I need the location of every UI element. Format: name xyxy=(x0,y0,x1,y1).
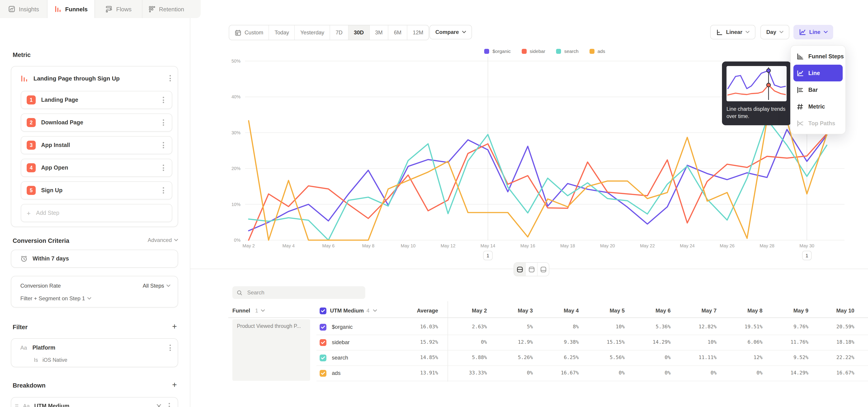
series-checkbox[interactable] xyxy=(320,339,327,346)
chevron-down-icon xyxy=(462,31,466,33)
funnel-step-3[interactable]: 3 App Install xyxy=(21,136,172,154)
chevron-down-icon xyxy=(779,31,783,33)
kebab-menu-icon[interactable] xyxy=(160,96,166,103)
menu-item-metric[interactable]: Metric xyxy=(791,98,845,115)
funnel-col-count: 1 xyxy=(255,308,258,314)
table-row[interactable]: $organic16.03%2.63%5%8%10%5.36%12.82%19.… xyxy=(316,319,868,335)
range-3m[interactable]: 3M xyxy=(370,25,388,40)
day-value: 12% xyxy=(713,350,763,366)
kebab-menu-icon[interactable] xyxy=(166,403,172,407)
day-value: 6.25% xyxy=(529,350,579,366)
range-30d[interactable]: 30D xyxy=(348,25,370,40)
scale-dropdown[interactable]: Linear xyxy=(710,25,755,39)
svg-text:10%: 10% xyxy=(231,202,241,207)
filter-segment-dropdown[interactable]: Filter + Segment on Step 1 xyxy=(20,293,91,304)
funnel-column-header[interactable]: Funnel 1 xyxy=(232,304,265,317)
tab-flows[interactable]: Flows xyxy=(95,0,143,18)
split-view-toggle[interactable] xyxy=(514,263,526,276)
kebab-menu-icon[interactable] xyxy=(160,164,166,171)
chevron-down-icon xyxy=(745,31,749,33)
step-number-badge: 1 xyxy=(27,95,36,104)
advanced-dropdown[interactable]: Advanced xyxy=(148,237,178,243)
insights-icon xyxy=(8,5,15,13)
select-all-checkbox[interactable] xyxy=(320,307,327,314)
filter-operator: Is xyxy=(34,357,38,363)
tab-funnels[interactable]: Funnels xyxy=(48,0,95,18)
range-yesterday[interactable]: Yesterday xyxy=(295,25,330,40)
day-value: 10% xyxy=(667,335,717,350)
range-7d[interactable]: 7D xyxy=(330,25,348,40)
day-value: 5.26% xyxy=(483,350,533,366)
chevron-down-icon xyxy=(174,239,178,242)
chart-view-toggle[interactable] xyxy=(526,263,537,276)
svg-text:May 12: May 12 xyxy=(440,243,456,248)
conversion-rate-card: Conversion Rate All Steps Filter + Segme… xyxy=(11,276,178,308)
table-search[interactable] xyxy=(232,286,365,299)
day-column-header: May 10 xyxy=(805,304,855,317)
menu-item-funnel-steps[interactable]: Funnel Steps xyxy=(791,48,845,65)
day-value: 0% xyxy=(621,366,671,381)
svg-text:May 18: May 18 xyxy=(560,243,575,248)
range-custom[interactable]: Custom xyxy=(229,25,269,40)
kebab-menu-icon[interactable] xyxy=(160,187,166,194)
conversion-window-card[interactable]: Within 7 days xyxy=(11,250,178,268)
compare-button[interactable]: Compare xyxy=(430,25,472,39)
advanced-label: Advanced xyxy=(148,237,172,243)
table-view-toggle[interactable] xyxy=(537,263,549,276)
average-value: 16.03% xyxy=(388,319,438,335)
filter-card[interactable]: Aa Platform Is iOS Native xyxy=(11,338,178,367)
all-steps-dropdown[interactable]: All Steps xyxy=(143,283,170,289)
table-row[interactable]: ads13.91%33.33%0%16.67%0%0%0%0%14.29%16.… xyxy=(316,366,868,381)
table-row[interactable]: search14.85%5.88%5.26%6.25%5.56%0%11.11%… xyxy=(316,350,868,366)
report-type-tabbar: Insights Funnels Flows Retention xyxy=(0,0,201,18)
tab-retention[interactable]: Retention xyxy=(143,0,190,18)
drag-handle-icon[interactable] xyxy=(15,404,19,407)
svg-text:May 26: May 26 xyxy=(720,243,735,248)
interval-dropdown[interactable]: Day xyxy=(761,25,789,39)
day-value: 11.76% xyxy=(758,335,808,350)
add-breakdown-button[interactable]: + xyxy=(171,382,178,389)
menu-item-line[interactable]: Line xyxy=(794,65,843,82)
day-column-header: May 6 xyxy=(621,304,671,317)
funnel-step-1[interactable]: 1 Landing Page xyxy=(21,91,172,109)
funnel-name-cell[interactable]: Product Viewed through P... xyxy=(232,319,310,381)
day-value: 5.56% xyxy=(575,350,625,366)
table-row[interactable]: sidebar15.92%0%12.9%9.38%15.15%14.29%10%… xyxy=(316,335,868,350)
funnel-step-5[interactable]: 5 Sign Up xyxy=(21,181,172,199)
breakdown-column-header[interactable]: UTM Medium 4 xyxy=(320,304,377,317)
search-input[interactable] xyxy=(246,289,361,296)
breakdown-card[interactable]: Aa UTM Medium xyxy=(11,397,178,407)
step-number-badge: 2 xyxy=(27,118,36,127)
kebab-menu-icon[interactable] xyxy=(160,142,166,149)
range-6m[interactable]: 6M xyxy=(389,25,407,40)
line-chart-preview xyxy=(726,66,786,101)
chevron-down-icon xyxy=(87,297,91,300)
add-step-button[interactable]: + Add Step xyxy=(21,204,172,222)
chart-type-dropdown[interactable]: Line xyxy=(794,25,833,39)
range-12m[interactable]: 12M xyxy=(407,25,429,40)
tab-insights[interactable]: Insights xyxy=(0,0,48,18)
menu-item-bar[interactable]: Bar xyxy=(791,82,845,98)
svg-text:1: 1 xyxy=(805,253,808,258)
series-name: $organic xyxy=(332,324,352,330)
funnel-title-row[interactable]: Landing Page through Sign Up xyxy=(20,73,173,84)
svg-text:May 10: May 10 xyxy=(401,243,416,248)
funnel-step-4[interactable]: 4 App Open xyxy=(21,159,172,177)
range-today[interactable]: Today xyxy=(269,25,295,40)
series-checkbox[interactable] xyxy=(320,370,327,376)
funnel-step-2[interactable]: 2 Download Page xyxy=(21,114,172,132)
menu-item-top-paths[interactable]: Top Paths xyxy=(791,115,845,132)
day-value: 5% xyxy=(483,319,533,335)
day-value: 9.38% xyxy=(529,335,579,350)
svg-text:May 16: May 16 xyxy=(520,243,535,248)
step-label: Landing Page xyxy=(41,97,155,103)
add-filter-button[interactable]: + xyxy=(171,323,178,331)
layout-toggle-group xyxy=(514,262,549,276)
line-chart-icon xyxy=(797,69,804,77)
kebab-menu-icon[interactable] xyxy=(167,344,173,351)
remove-breakdown-icon[interactable] xyxy=(156,404,161,407)
series-checkbox[interactable] xyxy=(320,354,327,361)
series-checkbox[interactable] xyxy=(320,323,327,330)
kebab-menu-icon[interactable] xyxy=(160,119,166,126)
kebab-menu-icon[interactable] xyxy=(167,74,173,82)
